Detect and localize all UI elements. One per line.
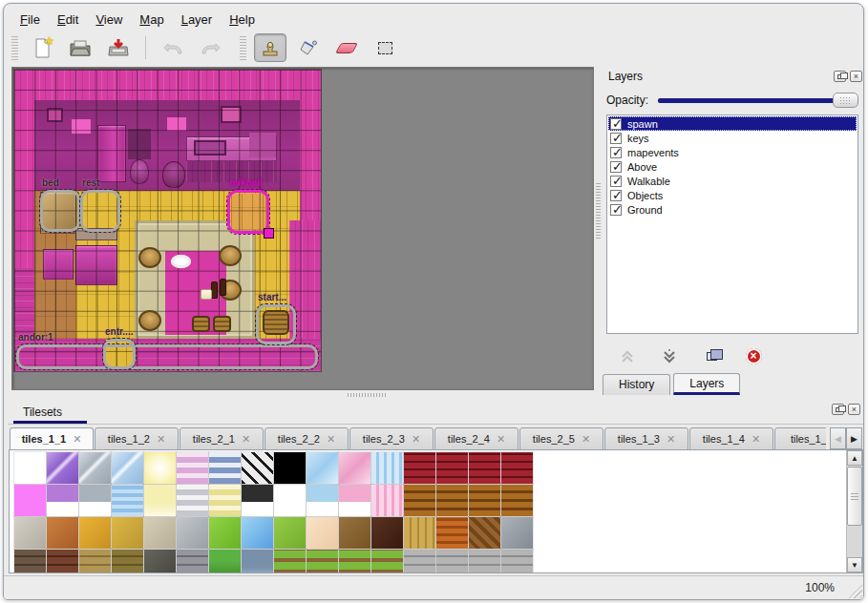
tile-25[interactable] [307,485,338,516]
tile-31[interactable] [501,485,533,516]
tile-19[interactable] [112,485,143,516]
scroll-tabs-right-button[interactable]: ▶ [846,427,862,449]
tile-15[interactable] [501,452,533,484]
map-canvas[interactable]: andor:1bedrestmikhailstart...entr.... [14,70,321,371]
layer-visibility-checkbox[interactable]: ✓ [610,147,622,158]
tile-30[interactable] [469,485,500,516]
menu-edit[interactable]: Edit [49,10,87,29]
tile-53[interactable] [177,550,208,573]
layer-visibility-checkbox[interactable]: ✓ [610,133,622,144]
scroll-up-arrow-icon[interactable]: ▲ [847,450,862,466]
layer-visibility-checkbox[interactable]: ✓ [610,176,622,187]
redo-button[interactable] [195,33,227,62]
tile-56[interactable] [274,550,306,573]
map-viewport[interactable]: andor:1bedrestmikhailstart...entr.... [11,67,594,390]
tileset-tab-tiles_2_4[interactable]: tiles_2_4✕ [434,427,519,450]
tile-35[interactable] [112,517,143,549]
tile-49[interactable] [47,550,78,573]
tile-58[interactable] [339,550,370,573]
menu-help[interactable]: Help [221,10,264,29]
tile-33[interactable] [47,517,78,549]
dock-tab-layers[interactable]: Layers [673,373,740,395]
opacity-slider[interactable] [656,92,858,109]
tile-32[interactable] [14,517,46,549]
tile-23[interactable] [242,485,273,516]
layer-row-keys[interactable]: ✓keys [608,131,857,145]
float-tilesets-icon[interactable] [832,404,844,415]
opacity-slider-thumb[interactable] [833,93,858,108]
close-tilesets-icon[interactable]: × [848,404,860,415]
tile-6[interactable] [209,452,241,484]
tile-21[interactable] [177,485,208,516]
tile-2[interactable] [79,452,111,484]
tile-46[interactable] [469,517,500,549]
tile-60[interactable] [404,550,435,573]
close-panel-icon[interactable]: × [850,71,862,82]
scroll-tabs-left-button[interactable]: ◀ [830,427,846,449]
layer-visibility-checkbox[interactable]: ✓ [610,204,622,216]
tile-28[interactable] [404,485,435,516]
raise-layer-button[interactable] [618,346,637,365]
tile-39[interactable] [242,517,273,549]
toolbar-drag-handle[interactable] [11,35,18,60]
tile-9[interactable] [307,452,338,484]
close-tab-icon[interactable]: ✕ [73,433,81,446]
map-object-bed[interactable] [40,190,80,232]
dock-tab-history[interactable]: History [603,374,670,395]
duplicate-layer-button[interactable] [702,346,721,365]
tile-1[interactable] [47,452,78,484]
menu-view[interactable]: View [87,10,131,29]
tile-44[interactable] [404,517,435,549]
new-map-button[interactable]: ★ [26,33,58,62]
eraser-tool-button[interactable] [330,33,363,62]
toolbar-drag-handle-2[interactable] [240,35,246,60]
menu-layer[interactable]: Layer [173,10,222,29]
map-object-entr[interactable] [103,339,136,369]
tile-22[interactable] [209,485,241,516]
bucket-fill-tool-button[interactable] [292,33,325,62]
map-object-rest[interactable] [80,190,120,232]
layer-visibility-checkbox[interactable]: ✓ [610,118,622,130]
tile-4[interactable] [144,452,176,484]
tile-12[interactable] [404,452,435,484]
tileset-tab-tiles_1_[interactable]: tiles_1_✕ [774,427,826,450]
map-object-mikhail[interactable] [227,190,269,234]
tile-10[interactable] [339,452,370,484]
layer-row-spawn[interactable]: ✓spawn [608,116,857,131]
undo-button[interactable] [157,33,189,62]
tile-62[interactable] [469,550,500,573]
layer-visibility-checkbox[interactable]: ✓ [610,190,622,201]
tile-14[interactable] [469,452,500,484]
tile-57[interactable] [307,550,338,573]
tile-42[interactable] [339,517,370,549]
lower-layer-button[interactable] [660,346,679,365]
opacity-slider-track[interactable] [658,98,857,103]
tile-17[interactable] [47,485,78,516]
tile-54[interactable] [209,550,241,573]
tile-61[interactable] [436,550,468,573]
tile-8[interactable] [274,452,306,484]
menu-map[interactable]: Map [131,10,172,29]
tile-16[interactable] [14,485,46,516]
tileset-tab-tiles_1_1[interactable]: tiles_1_1✕ [10,427,94,450]
tile-55[interactable] [242,550,273,573]
tile-51[interactable] [112,550,143,573]
tile-26[interactable] [339,485,370,516]
save-map-button[interactable] [102,33,135,62]
layer-visibility-checkbox[interactable]: ✓ [610,161,622,173]
tile-50[interactable] [79,550,111,573]
tile-36[interactable] [144,517,176,549]
tileset-tab-tiles_1_3[interactable]: tiles_1_3✕ [604,427,688,450]
tileset-tab-tiles_2_5[interactable]: tiles_2_5✕ [519,427,603,450]
tile-41[interactable] [307,517,338,549]
tileset-tab-tiles_2_1[interactable]: tiles_2_1✕ [180,427,264,450]
close-tab-icon[interactable]: ✕ [667,433,675,446]
open-map-button[interactable] [64,33,96,62]
layer-row-Objects[interactable]: ✓Objects [608,188,857,202]
layer-row-mapevents[interactable]: ✓mapevents [608,145,857,159]
tile-38[interactable] [209,517,241,549]
tile-20[interactable] [144,485,176,516]
horizontal-splitter-handle[interactable] [348,393,388,397]
layer-row-Walkable[interactable]: ✓Walkable [608,174,857,188]
tile-3[interactable] [112,452,143,484]
